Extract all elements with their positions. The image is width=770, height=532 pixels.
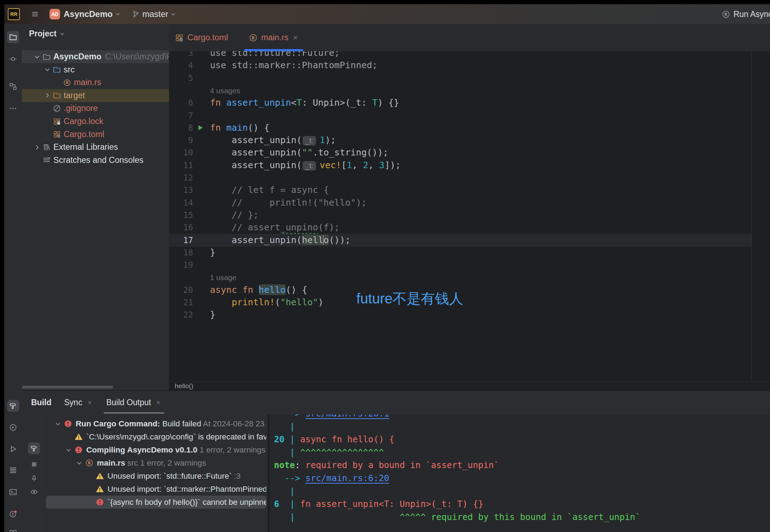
gutter [193, 72, 210, 84]
gutter [193, 259, 210, 271]
tool-button-build[interactable] [7, 400, 19, 412]
build-tree-row-1[interactable]: Run Cargo Command: Build failed At 2024-… [46, 417, 266, 430]
chevron-down-icon[interactable] [33, 53, 41, 61]
commit-icon [9, 55, 17, 63]
code-token: 1 [320, 135, 325, 145]
build-tree-row-5[interactable]: Unused import: `std::future::Future` :3 [46, 469, 266, 483]
build-tree-row-4[interactable]: Rmain.rs src 1 error, 2 warnings [46, 456, 266, 469]
code-line-6: 6fn assert_unpin<T: Unpin>(_t: T) {} [169, 96, 751, 109]
tool-button-find[interactable] [7, 464, 19, 476]
inlay-hint-parameter: _t: [303, 161, 316, 171]
line-number: 15 [169, 209, 193, 221]
console-text: 20 [274, 434, 290, 444]
code-line-13: 13 // let f = async { [169, 184, 751, 196]
console-text: --> [274, 414, 305, 419]
console-text: ^^^^^^^^^^^^^^^^ [300, 447, 384, 457]
gutter [193, 221, 210, 234]
project-view-chevron-icon[interactable] [59, 30, 66, 37]
branch-chevron-icon[interactable] [170, 11, 177, 18]
gutter [193, 308, 210, 321]
tool-button-commit[interactable] [7, 53, 19, 65]
close-tab-icon[interactable] [292, 34, 299, 41]
build-message: main.rs src 1 error, 2 warnings [97, 459, 206, 468]
branch-name[interactable]: master [142, 9, 168, 19]
usages-hint[interactable]: 4 usages [210, 87, 240, 95]
project-scrollbar[interactable] [22, 386, 113, 389]
build-tree-row-6[interactable]: Unused import: `std::marker::PhantomPinn… [46, 483, 266, 496]
build-tree-row-2[interactable]: `C:\Users\mzygd\.cargo\config` is deprec… [46, 430, 266, 443]
build-console[interactable]: --> src/main.rs:20:1 |20 | async fn hell… [269, 414, 770, 532]
code-token: use std::future::Future; [210, 51, 340, 58]
project-item-asyncdemo[interactable]: AsyncDemoC:\Users\mzygd\Rustro [22, 50, 169, 63]
close-tab-icon[interactable] [155, 400, 162, 406]
tab-sync[interactable]: Sync [60, 391, 97, 414]
build-tree-row-7[interactable]: `{async fn body of hello()}` cannot be u… [46, 496, 266, 509]
code-line-5: 5 [169, 72, 751, 84]
tool-button-services[interactable] [7, 421, 19, 433]
line-number: 17 [169, 234, 193, 247]
svg-text:R: R [66, 80, 69, 85]
project-item-target[interactable]: target [22, 89, 169, 102]
tool-button-partial-tool[interactable] [7, 526, 19, 532]
code-token: assert_unpin [226, 97, 291, 108]
tab-cargo-toml[interactable]: R Cargo.toml [170, 24, 232, 51]
tool-button-run[interactable] [7, 443, 19, 455]
chevron-down-icon[interactable] [65, 446, 72, 454]
run-gutter-icon[interactable] [196, 123, 205, 132]
usages-hint[interactable]: 1 usage [210, 273, 237, 282]
tool-button-more-tools[interactable] [7, 102, 19, 114]
build-tool-pin[interactable] [28, 472, 40, 484]
code-token [210, 297, 232, 307]
project-item-cargo-lock[interactable]: Cargo.lock [22, 115, 169, 128]
console-line-4: | ^^^^^^^^^^^^^^^^ [274, 446, 770, 459]
build-tree-row-3[interactable]: Compiling AsyncDemo v0.1.0 1 error, 2 wa… [46, 443, 266, 456]
tab-main-rs[interactable]: R main.rs [244, 24, 303, 51]
project-item--gitignore[interactable]: .gitignore [22, 102, 169, 115]
play-icon [9, 445, 17, 453]
git-branch-icon[interactable] [132, 10, 140, 18]
tool-button-terminal[interactable] [7, 486, 19, 498]
project-name[interactable]: AsyncDemo [64, 9, 113, 19]
tool-button-structure[interactable] [7, 81, 19, 93]
tool-button-problems[interactable] [7, 508, 19, 520]
build-message: `C:\Users\mzygd\.cargo\config` is deprec… [86, 432, 266, 442]
console-line-7: | [274, 485, 770, 498]
build-tool-build-filter[interactable] [28, 442, 40, 454]
gutter[interactable] [193, 122, 210, 134]
project-chevron-icon[interactable] [114, 11, 121, 18]
chevron-down-icon[interactable] [75, 459, 83, 467]
breadcrumb-item[interactable]: hello() [175, 382, 193, 390]
console-link[interactable]: src/main.rs:20:1 [305, 414, 389, 419]
project-item-external-libraries[interactable]: External Libraries [22, 141, 169, 154]
close-tab-icon[interactable] [87, 400, 93, 406]
project-item-src[interactable]: src [22, 63, 169, 76]
code-editor[interactable]: 3use std::future::Future;4use std::marke… [169, 51, 751, 382]
project-item-main-rs[interactable]: Rmain.rs [22, 76, 169, 89]
folder-icon [53, 91, 61, 100]
tool-button-project[interactable] [7, 31, 19, 43]
project-avatar[interactable]: AD [49, 9, 60, 19]
build-tool-stop[interactable] [28, 458, 40, 470]
build-tool-view-options[interactable] [28, 486, 40, 498]
code-line-10: 10 assert_unpin("".to_string()); [169, 146, 751, 159]
chevron-down-icon[interactable] [54, 420, 62, 428]
chevron-down-icon[interactable] [43, 65, 52, 74]
console-text: : [295, 460, 305, 470]
eye-icon [30, 488, 38, 496]
code-token: T [297, 97, 302, 108]
code-line-15: 15 // }; [169, 209, 751, 221]
tab-build-output[interactable]: Build Output [102, 391, 166, 414]
project-panel-header[interactable]: Project [29, 29, 66, 39]
chevron-right-icon[interactable] [43, 91, 52, 100]
editor-scrollbar-track[interactable] [751, 51, 770, 382]
chevron-right-icon[interactable] [33, 143, 41, 152]
project-item-cargo-toml[interactable]: RCargo.toml [22, 128, 169, 141]
line-number: 18 [169, 247, 193, 259]
console-link[interactable]: src/main.rs:6:20 [305, 473, 389, 483]
main-menu-icon[interactable] [31, 10, 39, 18]
error-icon [64, 419, 72, 428]
code-token: // let f = async { [210, 184, 329, 195]
project-item-scratches-and-consoles[interactable]: Scratches and Consoles [22, 154, 169, 167]
code-line-19: 19 [169, 259, 751, 271]
run-configuration[interactable]: R Run AsyncDe [722, 10, 770, 19]
